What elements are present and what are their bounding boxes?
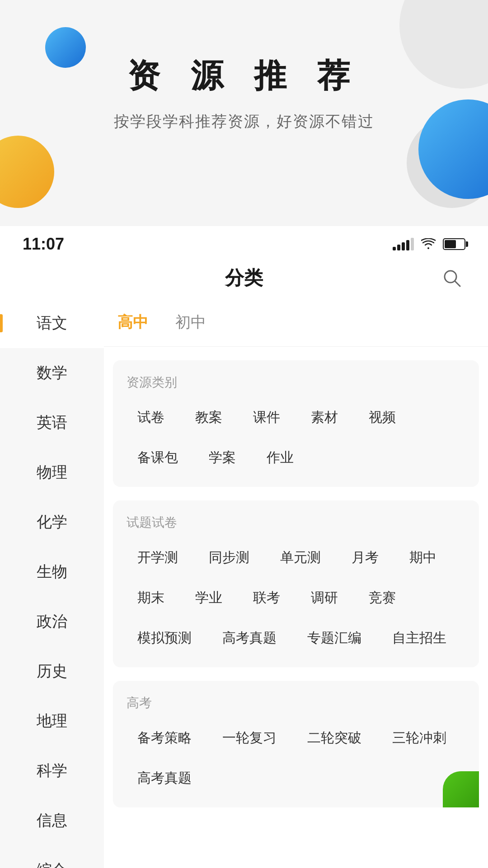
- sidebar-item-lishi[interactable]: 历史: [0, 646, 104, 696]
- tag-zizhuzhus[interactable]: 自主招生: [381, 623, 457, 654]
- tag-shipin[interactable]: 视频: [358, 402, 407, 433]
- tag-qizhong[interactable]: 期中: [399, 542, 447, 573]
- right-content: 高中 初中 资源类别 试卷 教案 课件 素材 视频 备课包 学案 作业: [104, 298, 488, 868]
- tag-yuekao[interactable]: 月考: [341, 542, 389, 573]
- tag-qimo[interactable]: 期末: [127, 582, 175, 613]
- sidebar-item-dili[interactable]: 地理: [0, 696, 104, 746]
- tag-tongbuce[interactable]: 同步测: [198, 542, 260, 573]
- tag-kaixuece[interactable]: 开学测: [127, 542, 189, 573]
- tag-sucai[interactable]: 素材: [300, 402, 349, 433]
- signal-bar-2: [397, 245, 400, 250]
- signal-bar-5: [411, 238, 414, 250]
- sidebar-item-kexue[interactable]: 科学: [0, 746, 104, 796]
- tag-danyuance[interactable]: 单元测: [269, 542, 332, 573]
- sidebar-item-huaxue[interactable]: 化学: [0, 497, 104, 547]
- search-button[interactable]: [438, 264, 465, 292]
- sidebar-item-zonghe[interactable]: 综合: [0, 845, 104, 868]
- tag-jingsai[interactable]: 竞赛: [358, 582, 407, 613]
- signal-bar-3: [402, 242, 405, 250]
- section-gaokao: 高考 备考策略 一轮复习 二轮突破 三轮冲刺 高考真题: [113, 681, 479, 807]
- battery-fill: [445, 240, 456, 248]
- section-exam-type: 试题试卷 开学测 同步测 单元测 月考 期中 期末 学业 联考 调研 竞赛 模拟…: [113, 500, 479, 667]
- tag-shijuan[interactable]: 试卷: [127, 402, 175, 433]
- tags-resource-type: 试卷 教案 课件 素材 视频 备课包 学案 作业: [127, 402, 465, 473]
- tab-gaozhong[interactable]: 高中: [117, 307, 148, 337]
- hero-title: 资 源 推 荐: [0, 54, 488, 98]
- tag-liankao[interactable]: 联考: [242, 582, 291, 613]
- tag-erluntupao[interactable]: 二轮突破: [296, 722, 372, 754]
- svg-line-1: [455, 281, 460, 286]
- tag-zuoye[interactable]: 作业: [256, 442, 305, 473]
- page-header: 分类: [0, 258, 488, 298]
- tag-kejian[interactable]: 课件: [242, 402, 291, 433]
- hero-yellow-circle: [0, 136, 54, 208]
- green-leaf-decoration: [443, 771, 479, 807]
- hero-section: 资 源 推 荐 按学段学科推荐资源，好资源不错过: [0, 0, 488, 226]
- tag-gaokaozhenti2[interactable]: 高考真题: [127, 763, 202, 794]
- tags-exam-type: 开学测 同步测 单元测 月考 期中 期末 学业 联考 调研 竞赛 模拟预测 高考…: [127, 542, 465, 654]
- battery-icon: [443, 238, 465, 250]
- tag-moniyuce[interactable]: 模拟预测: [127, 623, 202, 654]
- wifi-icon: [421, 238, 436, 250]
- signal-bar-4: [406, 240, 409, 250]
- status-bar: 11:07: [0, 226, 488, 258]
- signal-icon: [393, 238, 414, 250]
- sidebar-item-zhengzhi[interactable]: 政治: [0, 597, 104, 646]
- tag-xueye[interactable]: 学业: [184, 582, 233, 613]
- sub-tabs: 高中 初中: [104, 298, 488, 347]
- status-time: 11:07: [23, 235, 64, 254]
- sidebar-item-shuxue[interactable]: 数学: [0, 348, 104, 398]
- main-content: 语文 数学 英语 物理 化学 生物 政治 历史: [0, 298, 488, 868]
- sidebar-item-xinxi[interactable]: 信息: [0, 796, 104, 845]
- section-resource-type: 资源类别 试卷 教案 课件 素材 视频 备课包 学案 作业: [113, 360, 479, 487]
- sidebar-item-wuli[interactable]: 物理: [0, 448, 104, 497]
- section-label-exam: 试题试卷: [127, 514, 465, 531]
- tag-sanlunchongci[interactable]: 三轮冲刺: [381, 722, 457, 754]
- phone-frame: 11:07 分类: [0, 226, 488, 868]
- sidebar-item-shengwu[interactable]: 生物: [0, 547, 104, 597]
- hero-text-container: 资 源 推 荐 按学段学科推荐资源，好资源不错过: [0, 54, 488, 132]
- tag-zhuantihb[interactable]: 专题汇编: [296, 623, 372, 654]
- tag-beikebao[interactable]: 备课包: [127, 442, 189, 473]
- sidebar-item-yuwen[interactable]: 语文: [0, 298, 104, 348]
- hero-subtitle: 按学段学科推荐资源，好资源不错过: [0, 111, 488, 132]
- tag-jiaoan[interactable]: 教案: [184, 402, 233, 433]
- tag-diaoyan[interactable]: 调研: [300, 582, 349, 613]
- tab-chuzhong[interactable]: 初中: [175, 307, 206, 337]
- page-title: 分类: [225, 265, 263, 291]
- tag-gaokaozhenti[interactable]: 高考真题: [211, 623, 287, 654]
- tag-beikaocelue[interactable]: 备考策略: [127, 722, 202, 754]
- tag-yilunfuxi[interactable]: 一轮复习: [211, 722, 287, 754]
- search-icon: [442, 268, 462, 288]
- section-label-gaokao: 高考: [127, 694, 465, 712]
- sidebar-item-yingyu[interactable]: 英语: [0, 398, 104, 448]
- section-label-resource: 资源类别: [127, 374, 465, 391]
- left-sidebar: 语文 数学 英语 物理 化学 生物 政治 历史: [0, 298, 104, 868]
- status-icons: [393, 238, 465, 250]
- signal-bar-1: [393, 247, 396, 250]
- tags-gaokao: 备考策略 一轮复习 二轮突破 三轮冲刺 高考真题: [127, 722, 465, 794]
- tag-xuean[interactable]: 学案: [198, 442, 247, 473]
